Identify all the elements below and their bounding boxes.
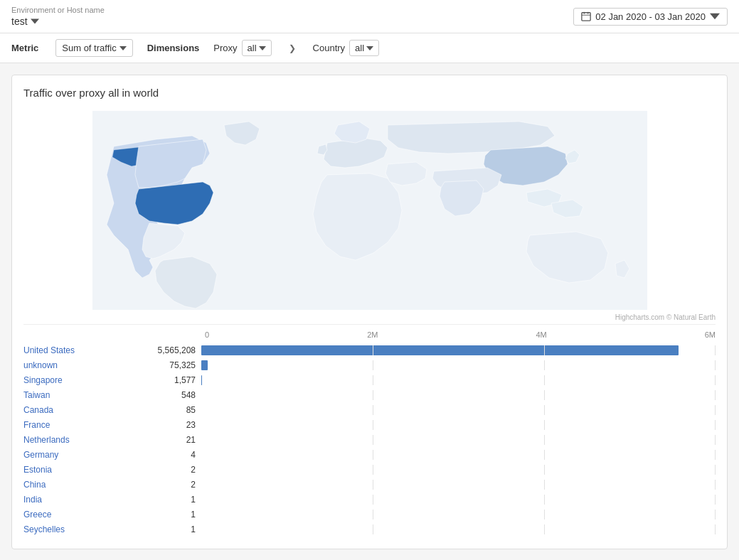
country-group: Country all: [313, 40, 380, 56]
row-bar-container: [201, 465, 716, 475]
table-row: Netherlands 21: [23, 433, 716, 447]
row-bar-container: [201, 390, 716, 400]
chevron-down-icon: [366, 46, 373, 50]
row-value: 1: [137, 495, 201, 505]
row-bar-container: [201, 480, 716, 490]
env-label: Environment or Host name: [11, 6, 105, 14]
env-value: test: [11, 16, 28, 27]
arrow-icon: ❯: [289, 43, 296, 53]
row-bar-container: [201, 510, 716, 519]
row-value: 548: [137, 390, 201, 400]
country-value: all: [355, 43, 364, 53]
row-value: 21: [137, 435, 201, 445]
row-value: 23: [137, 420, 201, 430]
row-bar-container: [201, 345, 716, 355]
row-bar-container: [201, 524, 716, 534]
row-value: 1: [137, 524, 201, 534]
date-range-picker[interactable]: 02 Jan 2020 - 03 Jan 2020: [573, 8, 728, 26]
top-bar: Environment or Host name test 02 Jan 202…: [0, 0, 739, 33]
x-axis: 0 2M 4M 6M: [23, 330, 716, 343]
bar-chart-area: 0 2M 4M 6M United States 5,565,208 unkno…: [23, 324, 716, 537]
table-row: Estonia 2: [23, 463, 716, 477]
metric-label: Metric: [11, 43, 38, 53]
row-label[interactable]: Estonia: [23, 465, 137, 475]
row-label[interactable]: Seychelles: [23, 524, 137, 534]
row-value: 2: [137, 465, 201, 475]
table-row: Greece 1: [23, 507, 716, 522]
row-value: 1: [137, 510, 201, 519]
table-row: Germany 4: [23, 448, 716, 462]
table-row: United States 5,565,208: [23, 343, 716, 357]
table-row: unknown 75,325: [23, 358, 716, 372]
row-bar: [201, 345, 679, 355]
row-bar-container: [201, 405, 716, 415]
row-label[interactable]: unknown: [23, 360, 137, 370]
row-bar-container: [201, 435, 716, 445]
chart-title: Traffic over proxy all in world: [23, 87, 716, 99]
world-map: [23, 107, 716, 313]
row-label[interactable]: Netherlands: [23, 435, 137, 445]
chart-container: Traffic over proxy all in world: [11, 75, 728, 549]
row-value: 5,565,208: [137, 345, 201, 355]
x-label-2m: 2M: [367, 330, 378, 339]
row-label[interactable]: China: [23, 480, 137, 490]
row-label[interactable]: Greece: [23, 510, 137, 519]
row-bar: [201, 360, 208, 370]
table-row: Canada 85: [23, 403, 716, 417]
row-value: 4: [137, 450, 201, 460]
proxy-value: all: [248, 43, 257, 53]
main-content: Traffic over proxy all in world: [0, 63, 739, 560]
proxy-select[interactable]: all: [242, 40, 272, 56]
env-select[interactable]: test: [11, 16, 105, 27]
proxy-label: Proxy: [213, 43, 237, 53]
row-label[interactable]: Germany: [23, 450, 137, 460]
proxy-group: Proxy all: [213, 40, 271, 56]
row-bar-container: [201, 495, 716, 505]
dimensions-label: Dimensions: [147, 43, 200, 53]
row-bar-container: [201, 420, 716, 430]
row-bar-container: [201, 360, 716, 370]
calendar-icon: [581, 11, 591, 21]
x-label-6m: 6M: [705, 330, 716, 339]
country-label: Country: [313, 43, 346, 53]
chevron-down-icon: [259, 46, 266, 50]
table-row: Seychelles 1: [23, 522, 716, 537]
attribution: Highcharts.com © Natural Earth: [23, 313, 716, 321]
metric-select[interactable]: Sum of traffic: [55, 39, 132, 57]
row-value: 1,577: [137, 375, 201, 385]
row-value: 75,325: [137, 360, 201, 370]
row-label[interactable]: Singapore: [23, 375, 137, 385]
chevron-down-icon: [31, 17, 39, 26]
table-row: China 2: [23, 478, 716, 492]
x-label-4m: 4M: [536, 330, 546, 339]
x-label-0: 0: [205, 330, 209, 339]
table-row: Taiwan 548: [23, 388, 716, 402]
country-select[interactable]: all: [349, 40, 379, 56]
row-value: 85: [137, 405, 201, 415]
row-label[interactable]: Canada: [23, 405, 137, 415]
row-value: 2: [137, 480, 201, 490]
row-label[interactable]: Taiwan: [23, 390, 137, 400]
table-row: India 1: [23, 492, 716, 507]
toolbar: Metric Sum of traffic Dimensions Proxy a…: [0, 33, 739, 63]
table-row: Singapore 1,577: [23, 373, 716, 387]
svg-rect-0: [582, 13, 590, 21]
data-rows: United States 5,565,208 unknown 75,325 S…: [23, 343, 716, 537]
chevron-down-icon: [119, 46, 127, 50]
row-bar-container: [201, 375, 716, 385]
env-selector[interactable]: Environment or Host name test: [11, 6, 105, 27]
map-svg: [92, 111, 647, 310]
table-row: France 23: [23, 418, 716, 432]
row-bar-container: [201, 450, 716, 460]
row-label[interactable]: United States: [23, 345, 137, 355]
date-range-value: 02 Jan 2020 - 03 Jan 2020: [595, 11, 706, 22]
chevron-down-icon: [710, 11, 720, 21]
row-label[interactable]: France: [23, 420, 137, 430]
row-label[interactable]: India: [23, 495, 137, 505]
metric-value: Sum of traffic: [62, 43, 116, 53]
